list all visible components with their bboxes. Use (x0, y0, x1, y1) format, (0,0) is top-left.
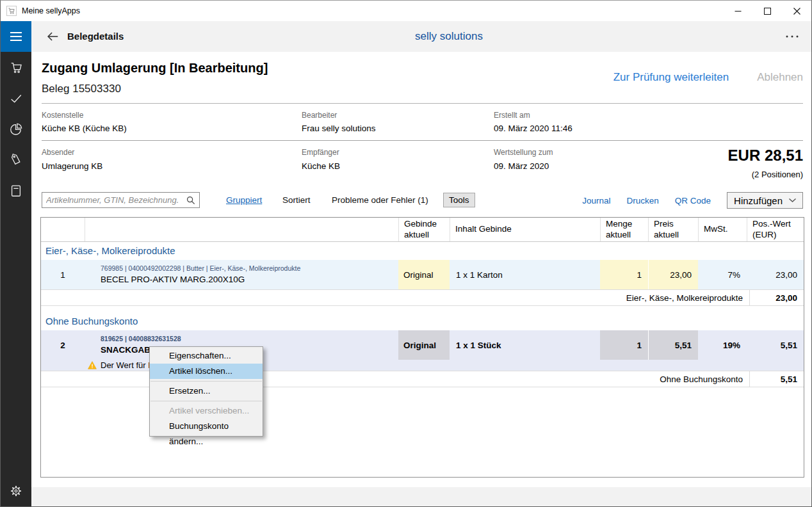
col-header-index (41, 218, 85, 241)
menu-item-artikel-loeschen[interactable]: Artikel löschen... (150, 364, 263, 379)
cell-menge[interactable]: 1 (600, 260, 648, 289)
field-value-kostenstelle: Küche KB (Küche KB) (42, 124, 127, 133)
row-description: 769985 | 04000492002298 | Butter | Eier-… (85, 260, 398, 289)
sidebar-item-check[interactable] (1, 83, 31, 114)
group-header: Ohne Buchungskonto (41, 310, 804, 330)
divider (42, 140, 803, 141)
close-button[interactable] (782, 1, 811, 21)
add-button[interactable]: Hinzufügen (727, 192, 803, 209)
col-header-poswert: Pos.-Wert (EUR) (747, 218, 804, 241)
cell-mwst: 19% (698, 330, 747, 360)
menu-separator (150, 401, 262, 401)
maximize-button[interactable] (752, 1, 782, 21)
cell-preis[interactable]: 23,00 (648, 260, 698, 289)
menu-item-eigenschaften[interactable]: Eigenschaften... (150, 348, 263, 364)
app-cart-icon (6, 6, 17, 16)
document-title: Zugang Umlagerung [In Bearbeitung] (42, 61, 268, 76)
back-button[interactable] (38, 21, 67, 52)
close-icon (793, 8, 800, 15)
cell-gebinde[interactable]: Original (398, 260, 450, 289)
window-title: Meine sellyApps (22, 6, 80, 15)
group-subtotal-row: Eier-, Käse-, Molkereiprodukte 23,00 (41, 289, 804, 306)
settings-gear-icon (9, 484, 23, 498)
page-title: Belegdetails (67, 21, 124, 52)
row-article-name: BECEL PRO-AKTIV MARG.200X10G (101, 274, 393, 286)
minimize-button[interactable] (723, 1, 752, 21)
main-content: Zugang Umlagerung [In Bearbeitung] Beleg… (31, 52, 811, 506)
warning-triangle-icon (88, 361, 97, 369)
field-label-erstellt-am: Erstellt am (494, 111, 530, 120)
warning-text: Der Wert für (101, 360, 146, 370)
table-header-row: Gebinde aktuell Inhalt Gebinde Menge akt… (41, 218, 804, 242)
col-header-menge: Menge aktuell (600, 218, 648, 241)
book-icon (9, 184, 23, 198)
reject-link: Ablehnen (757, 71, 803, 84)
cell-mwst: 7% (698, 260, 747, 289)
cell-inhalt: 1 x 1 Karton (450, 260, 600, 289)
price-tag-icon (9, 153, 23, 167)
cell-preis[interactable]: 5,51 (648, 330, 698, 360)
col-header-inhalt: Inhalt Gebinde (450, 218, 600, 241)
group-header: Eier-, Käse-, Molkereiprodukte (41, 242, 804, 260)
field-label-wertstellung: Wertstellung zum (494, 148, 553, 157)
sorted-toggle[interactable]: Sortiert (282, 194, 311, 207)
field-label-empfaenger: Empfänger (302, 148, 339, 157)
more-options-button[interactable] (779, 21, 805, 52)
sidebar-item-cart[interactable] (1, 52, 31, 83)
qr-code-link[interactable]: QR Code (675, 196, 711, 205)
col-header-mwst: MwSt. (698, 218, 747, 241)
brand-label: selly solutions (359, 21, 539, 52)
subtotal-value: 23,00 (749, 290, 804, 305)
print-link[interactable]: Drucken (627, 196, 659, 205)
window-controls (723, 1, 811, 21)
bottom-strip (31, 487, 811, 506)
sidebar-item-pricetag[interactable] (1, 145, 31, 175)
tools-button[interactable]: Tools (443, 193, 475, 207)
problems-filter[interactable]: Probleme oder Fehler (1) (332, 194, 428, 207)
field-value-erstellt-am: 09. März 2020 11:46 (494, 124, 572, 133)
shopping-cart-icon (9, 61, 23, 75)
row-index: 1 (41, 260, 85, 289)
cell-gebinde[interactable]: Original (398, 330, 450, 360)
checkmark-icon (9, 92, 23, 106)
hamburger-icon (10, 32, 22, 33)
field-value-wertstellung: 09. März 2020 (494, 161, 549, 171)
appbar: Belegdetails selly solutions (1, 21, 811, 52)
menu-separator (150, 381, 262, 382)
subtotal-value: 5,51 (749, 371, 804, 387)
sidebar-item-reports[interactable] (1, 114, 31, 145)
row-index: 2 (41, 330, 85, 360)
menu-item-ersetzen[interactable]: Ersetzen... (150, 383, 263, 399)
field-label-bearbeiter: Bearbeiter (302, 111, 337, 120)
sidebar (1, 52, 31, 506)
total-amount: EUR 28,51 (728, 147, 803, 165)
search-button[interactable] (183, 193, 199, 207)
forward-for-review-link[interactable]: Zur Prüfung weiterleiten (613, 71, 729, 84)
magnifier-icon (186, 196, 195, 205)
col-header-preis: Preis aktuell (648, 218, 698, 241)
field-value-bearbeiter: Frau selly solutions (302, 124, 376, 133)
divider (42, 103, 803, 104)
arrow-left-icon (45, 29, 60, 44)
cell-menge[interactable]: 1 (600, 330, 648, 360)
add-button-label: Hinzufügen (734, 195, 783, 206)
sidebar-item-settings[interactable] (1, 476, 31, 506)
col-header-description (85, 218, 398, 241)
table-row[interactable]: 1 769985 | 04000492002298 | Butter | Eie… (41, 260, 804, 289)
grouped-toggle[interactable]: Gruppiert (226, 194, 262, 207)
search-input[interactable] (42, 193, 183, 207)
menu-item-buchungskonto-aendern[interactable]: Buchungskonto ändern... (150, 419, 263, 434)
menu-item-artikel-verschieben: Artikel verschieben... (150, 403, 263, 419)
cell-inhalt: 1 x 1 Stück (450, 330, 600, 360)
field-label-absender: Absender (42, 148, 74, 157)
hamburger-menu-button[interactable] (1, 21, 31, 52)
ellipsis-icon (786, 35, 799, 38)
field-value-empfaenger: Küche KB (302, 161, 340, 171)
maximize-icon (764, 8, 771, 15)
sidebar-item-book[interactable] (1, 175, 31, 206)
cell-poswert: 23,00 (747, 260, 804, 289)
search-box (42, 192, 200, 208)
cell-poswert: 5,51 (747, 330, 804, 360)
titlebar: Meine sellyApps (1, 1, 811, 21)
journal-link[interactable]: Journal (582, 196, 610, 205)
